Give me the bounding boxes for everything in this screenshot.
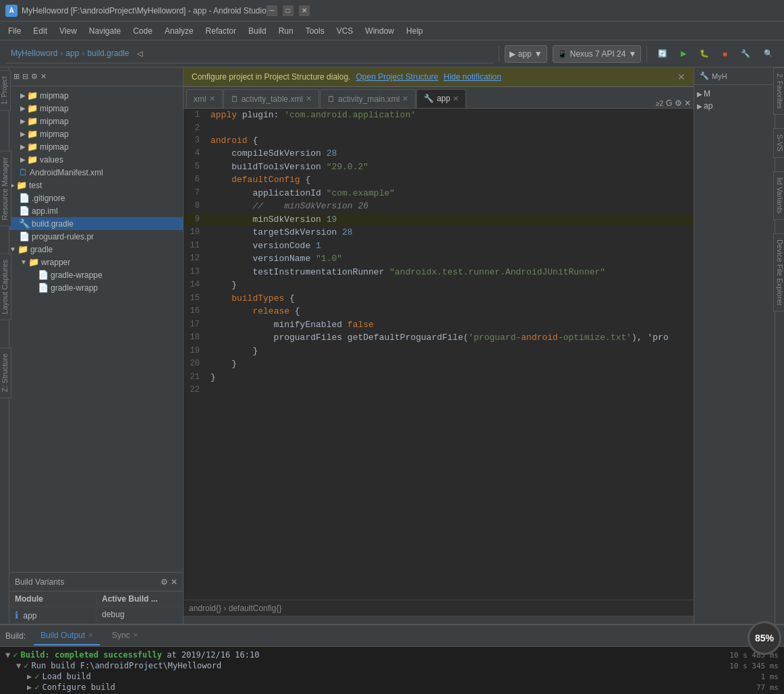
bottom-area: Build: Build Output ✕ Sync ✕ ⚙ ─ ▼ ✓ Bui… bbox=[0, 624, 784, 694]
notification-close-icon[interactable]: ✕ bbox=[677, 71, 685, 82]
tab-settings-icon[interactable]: G ⚙ ✕ bbox=[666, 98, 691, 108]
menu-bar: FileEditViewNavigateCodeAnalyzeRefactorB… bbox=[0, 22, 784, 40]
sync-tab-close[interactable]: ✕ bbox=[133, 631, 138, 639]
tab-app-close[interactable]: ✕ bbox=[453, 94, 459, 103]
tree-item-gitignore[interactable]: 📄.gitignore bbox=[9, 192, 183, 204]
gradle-sync-button[interactable]: 🔧 bbox=[735, 45, 756, 63]
tree-item-test[interactable]: ▶📁test bbox=[9, 179, 183, 192]
open-project-structure-link[interactable]: Open Project Structure bbox=[356, 72, 438, 82]
sidebar-tab-structure[interactable]: Z: Structure bbox=[0, 347, 11, 398]
bv-col-variant: Active Build ... bbox=[96, 591, 183, 606]
breadcrumb-app[interactable]: app bbox=[65, 49, 79, 58]
tree-item-gradle[interactable]: ▼📁gradle bbox=[9, 243, 183, 256]
sidebar-tab-project[interactable]: 1: Project bbox=[0, 70, 11, 111]
hide-notification-link[interactable]: Hide notification bbox=[444, 72, 501, 82]
menu-item-tools[interactable]: Tools bbox=[300, 24, 330, 38]
bv-close-icon[interactable]: ✕ bbox=[171, 577, 177, 587]
menu-item-vcs[interactable]: VCS bbox=[331, 24, 359, 38]
chevron-icon: ▼ bbox=[534, 49, 542, 59]
debug-button[interactable]: 🐛 bbox=[694, 45, 715, 63]
gradle-tree-item1[interactable]: ▶M bbox=[694, 88, 775, 100]
tree-item-mipmap3[interactable]: ▶📁mipmap bbox=[9, 115, 183, 127]
expand-all-icon[interactable]: ⊞ bbox=[13, 72, 20, 81]
build-line-1: ▼ ✓ Run build F:\androidProject\MyHellow… bbox=[5, 660, 779, 671]
collapse-icon[interactable]: ⊟ bbox=[22, 72, 28, 81]
right-tab-variants[interactable]: lid Variants bbox=[773, 171, 785, 220]
tab-activity-table-close[interactable]: ✕ bbox=[306, 94, 312, 103]
tab-activity-table[interactable]: 🗒 activity_table.xml ✕ bbox=[223, 89, 319, 108]
tree-item-appiml[interactable]: 📄app.iml bbox=[9, 204, 183, 217]
code-line-13: 13 testInstrumentationRunner "androidx.t… bbox=[184, 266, 694, 279]
tab-activity-main-close[interactable]: ✕ bbox=[402, 94, 408, 103]
right-tab-favorites[interactable]: 2: Favorites bbox=[773, 67, 784, 115]
back-button[interactable]: ◁ bbox=[132, 44, 148, 63]
tab-app[interactable]: 🔧 app ✕ bbox=[416, 89, 466, 108]
sidebar-tab-captures[interactable]: Layout Captures bbox=[0, 254, 11, 320]
code-hscrollbar[interactable] bbox=[184, 616, 694, 624]
tab-build-output[interactable]: Build Output ✕ bbox=[34, 627, 100, 645]
tree-item-mipmap5[interactable]: ▶📁mipmap bbox=[9, 140, 183, 153]
right-tab-device-explorer[interactable]: Device File Explorer bbox=[773, 233, 785, 312]
menu-item-view[interactable]: View bbox=[54, 24, 82, 38]
sidebar-tab-resource[interactable]: Resource Manager bbox=[0, 151, 11, 227]
tree-item-values[interactable]: ▶📁values bbox=[9, 153, 183, 166]
tab-xml-close[interactable]: ✕ bbox=[209, 94, 215, 103]
tree-item-gradle-wrapper1[interactable]: 📄gradle-wrappe bbox=[9, 268, 183, 281]
build-label: Build: bbox=[5, 631, 26, 641]
tree-item-manifest[interactable]: 🗒AndroidManifest.xml bbox=[9, 166, 183, 179]
project-header: ⊞ ⊟ ⚙ ✕ bbox=[9, 67, 183, 86]
menu-item-file[interactable]: File bbox=[3, 24, 26, 38]
gradle-tree-item2[interactable]: ▶ap bbox=[694, 100, 775, 112]
run-config-dropdown[interactable]: ▶ app ▼ bbox=[505, 45, 547, 63]
menu-item-code[interactable]: Code bbox=[128, 24, 158, 38]
expand-icon-3[interactable]: ▶ bbox=[27, 683, 32, 692]
expand-icon-1[interactable]: ▼ bbox=[16, 661, 21, 670]
code-line-6: 6 defaultConfig { bbox=[184, 173, 694, 187]
maximize-button[interactable]: □ bbox=[283, 5, 293, 16]
menu-item-help[interactable]: Help bbox=[401, 24, 428, 38]
breadcrumb-project[interactable]: MyHelloword bbox=[11, 49, 57, 58]
window-title: MyHelloword [F:\androidProject\MyHellowo… bbox=[22, 6, 267, 16]
settings-icon[interactable]: ⚙ bbox=[31, 72, 38, 81]
menu-item-edit[interactable]: Edit bbox=[28, 24, 53, 38]
build-output-tab-close[interactable]: ✕ bbox=[88, 631, 93, 639]
app-icon: A bbox=[5, 5, 18, 17]
bv-variant-cell[interactable]: debug bbox=[96, 607, 183, 623]
tree-item-wrapper[interactable]: ▼📁wrapper bbox=[9, 256, 183, 268]
breadcrumb-file[interactable]: build.gradle bbox=[87, 49, 129, 58]
bv-data-row: ℹ app debug bbox=[9, 607, 183, 624]
run-button[interactable]: ▶ bbox=[675, 45, 692, 63]
tree-item-mipmap2[interactable]: ▶📁mipmap bbox=[9, 102, 183, 115]
menu-item-window[interactable]: Window bbox=[360, 24, 399, 38]
tree-item-buildgradle[interactable]: 🔧build.gradle bbox=[9, 217, 183, 230]
expand-icon-0[interactable]: ▼ bbox=[5, 650, 10, 660]
expand-icon-2[interactable]: ▶ bbox=[27, 672, 32, 681]
code-line-2: 2 bbox=[184, 122, 694, 134]
build-line-2: ▶ ✓ Load build 1 ms bbox=[5, 671, 779, 682]
minimize-button[interactable]: ─ bbox=[267, 5, 277, 16]
tab-activity-main[interactable]: 🗒 activity_main.xml ✕ bbox=[320, 89, 416, 108]
close-button[interactable]: ✕ bbox=[299, 5, 310, 16]
device-dropdown[interactable]: 📱 Nexus 7 API 24 ▼ bbox=[553, 45, 642, 63]
breadcrumb: MyHelloword › app › build.gradle ◁ bbox=[5, 45, 493, 63]
tree-item-mipmap1[interactable]: ▶📁mipmap bbox=[9, 89, 183, 102]
menu-item-run[interactable]: Run bbox=[273, 24, 299, 38]
tree-item-mipmap4[interactable]: ▶📁mipmap bbox=[9, 127, 183, 140]
tree-item-proguard[interactable]: 📄proguard-rules.pr bbox=[9, 230, 183, 243]
search-button[interactable]: 🔍 bbox=[758, 45, 779, 63]
menu-item-analyze[interactable]: Analyze bbox=[159, 24, 199, 38]
menu-item-navigate[interactable]: Navigate bbox=[84, 24, 126, 38]
tree-item-gradle-wrapper2[interactable]: 📄gradle-wrapp bbox=[9, 281, 183, 294]
code-content[interactable]: 1apply plugin: 'com.android.application'… bbox=[184, 109, 694, 600]
bv-settings-icon[interactable]: ⚙ bbox=[161, 577, 168, 587]
close-icon[interactable]: ✕ bbox=[40, 72, 47, 81]
menu-item-refactor[interactable]: Refactor bbox=[200, 24, 242, 38]
menu-item-build[interactable]: Build bbox=[243, 24, 272, 38]
sync-button[interactable]: 🔄 bbox=[652, 45, 673, 63]
right-tab-vs[interactable]: S-VS bbox=[773, 128, 785, 158]
tab-xml[interactable]: xml ✕ bbox=[186, 89, 223, 108]
build-variants-panel: Build Variants ⚙ ✕ Module Active Build .… bbox=[9, 572, 184, 624]
tab-sync[interactable]: Sync ✕ bbox=[105, 627, 145, 645]
stop-button[interactable]: ■ bbox=[717, 45, 733, 63]
code-line-4: 4 compileSdkVersion 28 bbox=[184, 147, 694, 161]
